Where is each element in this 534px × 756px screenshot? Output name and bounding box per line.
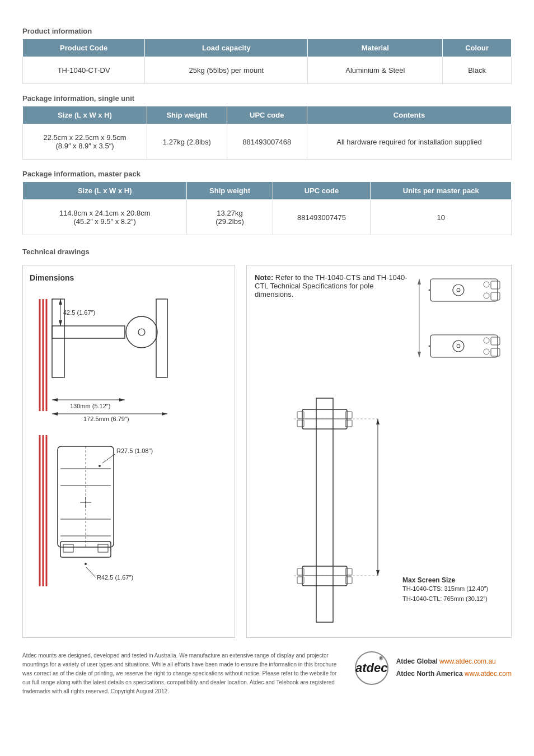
arm-detail-svg bbox=[414, 273, 503, 385]
product-col-material: Material bbox=[308, 39, 443, 57]
svg-line-35 bbox=[102, 454, 115, 463]
svg-rect-33 bbox=[98, 544, 108, 552]
drawings-row: Dimensions 42. bbox=[22, 265, 512, 638]
svg-marker-9 bbox=[59, 299, 62, 305]
svg-rect-69 bbox=[297, 577, 304, 584]
svg-rect-65 bbox=[345, 420, 352, 427]
product-col-colour: Colour bbox=[443, 39, 512, 57]
master-units-cell: 10 bbox=[371, 200, 512, 235]
svg-point-58 bbox=[429, 346, 430, 347]
brand-na: Atdec North America www.atdec.com bbox=[396, 668, 512, 680]
max-screen-title: Max Screen Size bbox=[402, 576, 503, 584]
max-screen-cts: TH-1040-CTS: 315mm (12.40″) bbox=[402, 584, 503, 594]
top-dimension-drawing: 42.5 (1.67″) 130mm (5.12″) 172.5mm (6.79… bbox=[30, 288, 220, 422]
material-cell: Aluminium & Steel bbox=[308, 57, 443, 84]
note-drawing-box: Note: Refer to the TH-1040-CTS and TH-10… bbox=[246, 265, 512, 638]
brand-na-name: Atdec North America bbox=[396, 670, 463, 678]
svg-point-50 bbox=[484, 338, 489, 343]
svg-marker-13 bbox=[52, 398, 58, 402]
svg-rect-59 bbox=[316, 398, 333, 622]
svg-point-6 bbox=[138, 329, 145, 335]
single-weight-cell: 1.27kg (2.8lbs) bbox=[147, 124, 227, 160]
svg-rect-64 bbox=[345, 412, 352, 418]
svg-rect-68 bbox=[297, 568, 304, 575]
single-size-cell: 22.5cm x 22.5cm x 9.5cm(8.9″ x 8.9″ x 3.… bbox=[23, 124, 147, 160]
single-upc-cell: 881493007468 bbox=[227, 124, 307, 160]
svg-rect-52 bbox=[491, 337, 500, 345]
svg-marker-55 bbox=[418, 279, 421, 284]
master-weight-cell: 13.27kg(29.2lbs) bbox=[187, 200, 273, 235]
svg-line-38 bbox=[86, 567, 96, 577]
svg-text:42.5 (1.67″): 42.5 (1.67″) bbox=[63, 309, 95, 316]
package-master-title: Package information, master pack bbox=[22, 170, 512, 178]
product-info-table: Product Code Load capacity Material Colo… bbox=[22, 39, 512, 84]
package-master-table: Size (L x W x H) Ship weight UPC code Un… bbox=[22, 181, 512, 235]
svg-point-41 bbox=[453, 284, 464, 296]
master-col-upc: UPC code bbox=[273, 182, 371, 200]
svg-rect-70 bbox=[345, 568, 352, 575]
svg-rect-45 bbox=[491, 281, 500, 289]
svg-text:172.5mm (6.79″): 172.5mm (6.79″) bbox=[83, 416, 129, 422]
dimensions-title: Dimensions bbox=[30, 273, 228, 282]
max-screen-block: Max Screen Size TH-1040-CTS: 315mm (12.4… bbox=[402, 393, 503, 629]
svg-point-36 bbox=[99, 465, 101, 467]
svg-point-43 bbox=[484, 282, 489, 287]
bottom-dimension-drawing: R27.5 (1.08″) R42.5 (1.67″) bbox=[30, 430, 220, 592]
single-col-upc: UPC code bbox=[227, 106, 307, 124]
svg-marker-75 bbox=[376, 419, 380, 424]
master-col-units: Units per master pack bbox=[371, 182, 512, 200]
svg-rect-7 bbox=[156, 299, 167, 377]
table-row: 22.5cm x 22.5cm x 9.5cm(8.9″ x 8.9″ x 3.… bbox=[23, 124, 512, 160]
table-row: TH-1040-CT-DV 25kg (55lbs) per mount Alu… bbox=[23, 57, 512, 84]
brand-global-url: www.atdec.com.au bbox=[439, 657, 496, 665]
svg-marker-10 bbox=[59, 320, 62, 326]
product-col-code: Product Code bbox=[23, 39, 145, 57]
footer-brand: atdec ® Atdec Global www.atdec.com.au At… bbox=[355, 651, 512, 685]
svg-text:130mm (5.12″): 130mm (5.12″) bbox=[70, 403, 110, 409]
svg-rect-32 bbox=[63, 544, 73, 552]
note-text-block: Note: Refer to the TH-1040-CTS and TH-10… bbox=[255, 273, 408, 387]
single-col-weight: Ship weight bbox=[147, 106, 227, 124]
svg-marker-17 bbox=[52, 412, 58, 416]
svg-point-49 bbox=[457, 344, 460, 348]
svg-rect-46 bbox=[491, 292, 500, 300]
footer: Atdec mounts are designed, developed and… bbox=[22, 651, 512, 696]
svg-marker-14 bbox=[119, 398, 125, 402]
single-col-size: Size (L x W x H) bbox=[23, 106, 147, 124]
svg-point-42 bbox=[457, 288, 460, 292]
footer-disclaimer: Atdec mounts are designed, developed and… bbox=[22, 651, 338, 696]
single-contents-cell: All hardware required for installation s… bbox=[307, 124, 511, 160]
dimensions-box: Dimensions 42. bbox=[22, 265, 235, 638]
product-code-cell: TH-1040-CT-DV bbox=[23, 57, 145, 84]
max-screen-ctl: TH-1040-CTL: 765mm (30.12″) bbox=[402, 594, 503, 604]
mount-side-view bbox=[255, 393, 402, 629]
svg-text:R42.5 (1.67″): R42.5 (1.67″) bbox=[97, 574, 133, 581]
logo-text: atdec bbox=[355, 661, 387, 675]
brand-global-name: Atdec Global bbox=[396, 657, 438, 665]
svg-rect-62 bbox=[297, 412, 304, 418]
svg-point-39 bbox=[85, 563, 87, 565]
brand-global: Atdec Global www.atdec.com.au bbox=[396, 656, 512, 668]
product-col-load: Load capacity bbox=[145, 39, 308, 57]
table-row: 114.8cm x 24.1cm x 20.8cm(45.2″ x 9.5″ x… bbox=[23, 200, 512, 235]
svg-rect-71 bbox=[345, 577, 352, 584]
right-mount-detail bbox=[414, 273, 503, 387]
svg-marker-76 bbox=[376, 570, 380, 576]
colour-cell: Black bbox=[443, 57, 512, 84]
package-single-table: Size (L x W x H) Ship weight UPC code Co… bbox=[22, 106, 512, 160]
master-col-size: Size (L x W x H) bbox=[23, 182, 187, 200]
svg-rect-31 bbox=[60, 542, 111, 557]
technical-drawings-title: Technical drawings bbox=[22, 248, 512, 256]
note-bold: Note: bbox=[255, 273, 273, 282]
package-single-title: Package information, single unit bbox=[22, 94, 512, 102]
master-size-cell: 114.8cm x 24.1cm x 20.8cm(45.2″ x 9.5″ x… bbox=[23, 200, 187, 235]
footer-links: Atdec Global www.atdec.com.au Atdec Nort… bbox=[396, 656, 512, 680]
atdec-logo: atdec ® bbox=[355, 651, 388, 685]
svg-rect-63 bbox=[297, 420, 304, 427]
svg-point-57 bbox=[429, 290, 430, 291]
svg-point-51 bbox=[484, 349, 489, 354]
svg-marker-18 bbox=[162, 412, 167, 416]
mount-side-svg bbox=[255, 393, 400, 628]
note-body: Refer to the TH-1040-CTS and TH-1040-CTL… bbox=[255, 273, 407, 298]
brand-na-url: www.atdec.com bbox=[465, 670, 512, 678]
